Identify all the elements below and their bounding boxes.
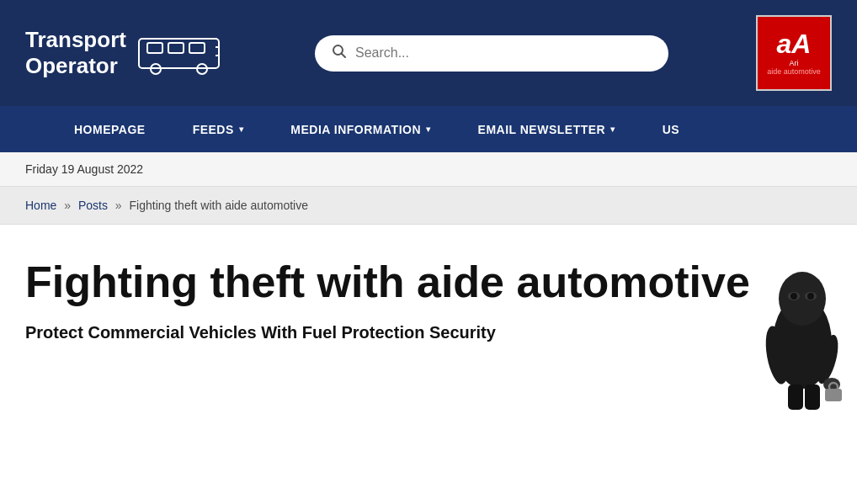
article-hero-image bbox=[748, 267, 857, 410]
nav-item-homepage[interactable]: HOMEPAGE bbox=[51, 106, 169, 152]
bus-icon bbox=[135, 30, 227, 77]
svg-rect-21 bbox=[788, 385, 803, 410]
breadcrumb-sep-2: » bbox=[115, 199, 122, 212]
search-icon bbox=[332, 44, 347, 63]
svg-rect-1 bbox=[147, 43, 162, 53]
breadcrumb-posts[interactable]: Posts bbox=[78, 199, 111, 212]
site-header: Transport Operator bbox=[0, 0, 857, 106]
search-bar[interactable] bbox=[315, 35, 668, 72]
svg-point-11 bbox=[779, 272, 826, 326]
breadcrumb-current: Fighting theft with aide automotive bbox=[130, 199, 308, 212]
media-information-chevron-icon: ▾ bbox=[426, 125, 431, 134]
logo-area: Transport Operator bbox=[25, 27, 227, 79]
main-nav: HOMEPAGE FEEDS ▾ MEDIA INFORMATION ▾ EMA… bbox=[0, 106, 857, 152]
feeds-chevron-icon: ▾ bbox=[239, 125, 244, 134]
nav-item-us[interactable]: US bbox=[639, 106, 703, 152]
advertiser-logo-text: aA bbox=[777, 30, 812, 57]
nav-item-feeds[interactable]: FEEDS ▾ bbox=[169, 106, 268, 152]
svg-line-9 bbox=[341, 53, 345, 57]
svg-rect-3 bbox=[189, 43, 205, 53]
article-subtitle: Protect Commercial Vehicles With Fuel Pr… bbox=[25, 323, 682, 342]
email-newsletter-chevron-icon: ▾ bbox=[610, 125, 615, 134]
search-input[interactable] bbox=[355, 45, 652, 61]
svg-point-15 bbox=[807, 293, 814, 300]
svg-rect-2 bbox=[168, 43, 184, 53]
nav-item-media-information[interactable]: MEDIA INFORMATION ▾ bbox=[267, 106, 454, 152]
svg-rect-22 bbox=[805, 385, 820, 410]
advertiser-sub-text: Ari bbox=[789, 59, 798, 67]
article-area: Fighting theft with aide automotive Prot… bbox=[0, 225, 857, 410]
logo-text: Transport Operator bbox=[25, 27, 126, 79]
article-title: Fighting theft with aide automotive bbox=[25, 258, 758, 306]
svg-point-14 bbox=[790, 293, 797, 300]
date-text: Friday 19 August 2022 bbox=[25, 162, 143, 176]
nav-item-email-newsletter[interactable]: EMAIL NEWSLETTER ▾ bbox=[455, 106, 639, 152]
breadcrumb-home[interactable]: Home bbox=[25, 199, 60, 212]
date-bar: Friday 19 August 2022 bbox=[0, 152, 857, 187]
breadcrumb: Home » Posts » Fighting theft with aide … bbox=[0, 187, 857, 225]
advertiser-brand-text: aide automotive bbox=[767, 67, 821, 76]
advertiser-logo[interactable]: aA Ari aide automotive bbox=[756, 15, 832, 91]
breadcrumb-sep-1: » bbox=[64, 199, 71, 212]
